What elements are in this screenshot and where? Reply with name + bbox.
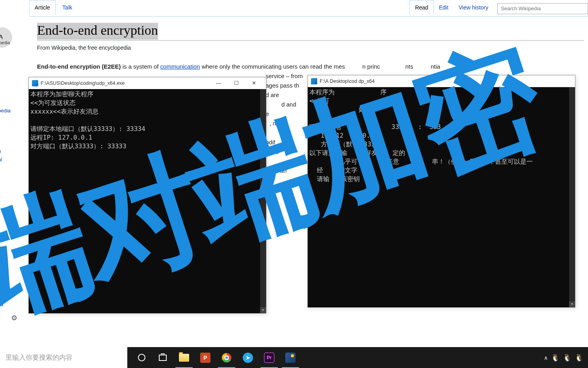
maximize-button[interactable]: ☐ [227,78,245,89]
pdf-link[interactable]: DF ɴ [0,294,7,308]
tab-edit[interactable]: Edit [434,0,454,15]
taskbar-tray: ∧ 🐧 🐧 🐧 [544,353,588,362]
wiki-logo-text: ɪA [0,33,4,40]
qq-icon[interactable]: 🐧 [575,353,583,362]
tab-talk[interactable]: Talk [57,0,77,15]
sidebar-link[interactable]: a [0,147,11,155]
tray-icon[interactable]: ∧ [544,355,548,361]
sidebar-link[interactable]: al [0,155,11,164]
terminal-window-1[interactable]: F:\ASUS\Desktop\coding\udp_x64.exe ― ☐ ✕… [28,77,266,314]
link-communication[interactable]: communication [160,63,200,70]
scroll-down-icon[interactable]: ▼ [260,307,266,313]
tab-article[interactable]: Article [29,0,56,15]
app-icon [32,80,38,86]
scroll-down-icon[interactable]: ▼ [569,301,575,307]
chrome-icon[interactable] [216,347,237,368]
custom-app-icon[interactable] [280,347,301,368]
terminal-title: F:\A Desktop\cod dp_x64 [320,78,375,84]
terminal-title: F:\ASUS\Desktop\coding\udp_x64.exe [41,80,125,86]
terminal-titlebar[interactable]: F:\ASUS\Desktop\coding\udp_x64.exe ― ☐ ✕ [29,77,266,89]
tab-history[interactable]: View history [454,0,493,15]
app-icon [311,78,317,84]
scrollbar[interactable]: ▼ [569,87,575,307]
premiere-icon[interactable]: Pr [259,347,279,368]
tab-read[interactable]: Read [409,0,434,15]
terminal-output[interactable]: 本程序为 序<<为可 好友 请绑定本地 （默 333 : 333 IP: 12 … [308,87,575,307]
close-button[interactable]: ✕ [245,78,263,89]
qq-icon[interactable]: 🐧 [563,353,571,362]
wiki-logo-subtitle: pedia [0,40,10,45]
qq-icon[interactable]: 🐧 [551,353,560,362]
search-input[interactable] [497,3,588,14]
bold-term: End-to-end encryption [37,63,100,70]
cortana-icon[interactable] [131,347,152,368]
sidebar-link[interactable]: pedia [0,106,11,115]
terminal-titlebar[interactable]: F:\A Desktop\cod dp_x64 [308,75,575,87]
terminal-window-2[interactable]: F:\A Desktop\cod dp_x64 本程序为 序<<为可 好友 请绑… [307,75,575,308]
taskbar: 里输入你要搜索的内容 P ➤ Pr ∧ 🐧 🐧 🐧 [0,347,588,368]
wiki-tabs: Article Talk Read Edit View history [29,0,588,17]
explorer-icon[interactable] [174,347,194,368]
minimize-button[interactable]: ― [210,78,227,89]
abbrev: (E2EE) [102,63,121,70]
page-subtitle: From Wikipedia, the free encyclopedia [37,45,584,51]
taskbar-search[interactable]: 里输入你要搜索的内容 [0,347,127,368]
telegram-icon[interactable]: ➤ [238,347,258,368]
wiki-sidebar: ɪA pedia pedia a al DF ɴ ⚙ [0,0,28,347]
taskview-icon[interactable] [153,347,173,368]
taskbar-apps: P ➤ Pr [127,347,301,368]
terminal-output[interactable]: 本程序为加密聊天程序<<为可发送状态xxxxxx<<表示好友消息 请绑定本地端口… [29,89,266,313]
gear-icon[interactable]: ⚙ [11,314,17,322]
page-title: End-to-end encryption [37,23,158,39]
powerpoint-icon[interactable]: P [195,347,216,368]
sidebar-links: pedia a al [0,106,11,164]
scrollbar[interactable]: ▼ [260,89,266,313]
